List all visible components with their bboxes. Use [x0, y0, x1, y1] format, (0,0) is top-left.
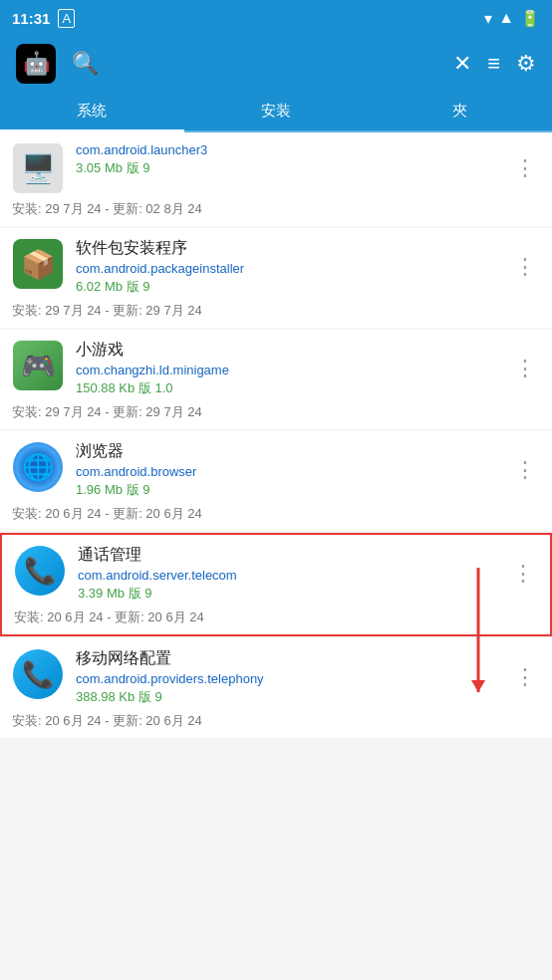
status-bar-right: ▾ ▲ 🔋 [484, 9, 540, 28]
app-size: 3.39 Mb 版 9 [78, 585, 496, 603]
app-card-3[interactable]: 🌐 浏览器 com.android.browser 1.96 Mb 版 9 ⋮ … [0, 431, 552, 531]
app-list: 🖥️ com.android.launcher3 3.05 Mb 版 9 ⋮ 安… [0, 132, 552, 975]
app-card-5[interactable]: 📞 移动网络配置 com.android.providers.telephony… [0, 638, 552, 738]
status-time: 11:31 [12, 10, 50, 27]
app-icon-browser: 🌐 [13, 442, 63, 492]
status-bar-left: 11:31 A [12, 9, 75, 28]
app-row: 📞 通话管理 com.android.server.telecom 3.39 M… [14, 545, 538, 603]
app-package: com.android.launcher3 [76, 142, 498, 157]
status-icon-a: A [58, 9, 75, 28]
tab-bar: 系统 安装 夾 [0, 92, 552, 132]
app-row: 🎮 小游戏 com.changzhi.ld.minigame 150.88 Kb… [12, 340, 540, 397]
app-card-1[interactable]: 📦 软件包安装程序 com.android.packageinstaller 6… [0, 228, 552, 328]
app-dates: 安装: 20 6月 24 - 更新: 20 6月 24 [12, 505, 540, 523]
app-more-button[interactable]: ⋮ [510, 151, 540, 185]
app-info: 小游戏 com.changzhi.ld.minigame 150.88 Kb 版… [76, 340, 498, 397]
app-icon-area: 🖥️ [12, 142, 64, 194]
app-more-button[interactable]: ⋮ [508, 557, 538, 591]
app-card-0[interactable]: 🖥️ com.android.launcher3 3.05 Mb 版 9 ⋮ 安… [0, 132, 552, 226]
app-icon-area: 🌐 [12, 441, 64, 493]
app-info: 浏览器 com.android.browser 1.96 Mb 版 9 [76, 441, 498, 499]
app-info: com.android.launcher3 3.05 Mb 版 9 [76, 142, 498, 177]
tab-install[interactable]: 安装 [184, 92, 369, 130]
wifi-icon: ▾ [484, 9, 492, 28]
app-more-button[interactable]: ⋮ [510, 453, 540, 487]
more-icon[interactable]: ⚙ [516, 51, 536, 77]
close-icon[interactable]: ✕ [453, 51, 471, 77]
app-name: 移动网络配置 [76, 648, 498, 669]
app-row: 📞 移动网络配置 com.android.providers.telephony… [12, 648, 540, 706]
signal-icon: ▲ [498, 9, 514, 27]
status-bar: 11:31 A ▾ ▲ 🔋 [0, 0, 552, 36]
app-size: 1.96 Mb 版 9 [76, 481, 498, 499]
app-more-button[interactable]: ⋮ [510, 250, 540, 284]
app-size: 6.02 Mb 版 9 [76, 278, 498, 296]
robot-icon: 🤖 [23, 51, 50, 77]
app-icon-area: 📞 [14, 545, 66, 597]
app-card-2[interactable]: 🎮 小游戏 com.changzhi.ld.minigame 150.88 Kb… [0, 330, 552, 429]
app-dates: 安装: 20 6月 24 - 更新: 20 6月 24 [14, 609, 538, 626]
app-more-button[interactable]: ⋮ [510, 660, 540, 694]
app-icon-packageinstaller: 📦 [13, 239, 63, 289]
app-dates: 安装: 20 6月 24 - 更新: 20 6月 24 [12, 712, 540, 730]
app-size: 388.98 Kb 版 9 [76, 688, 498, 706]
tab-system[interactable]: 系统 [0, 92, 184, 130]
app-icon-launcher3: 🖥️ [13, 143, 63, 193]
tab-folder[interactable]: 夾 [368, 92, 552, 130]
app-size: 150.88 Kb 版 1.0 [76, 379, 498, 397]
app-icon-telecom: 📞 [15, 546, 65, 596]
app-package: com.android.providers.telephony [76, 671, 498, 686]
app-package: com.android.browser [76, 464, 498, 479]
app-dates: 安装: 29 7月 24 - 更新: 29 7月 24 [12, 403, 540, 421]
app-row: 📦 软件包安装程序 com.android.packageinstaller 6… [12, 238, 540, 296]
app-info: 移动网络配置 com.android.providers.telephony 3… [76, 648, 498, 706]
app-icon-area: 📞 [12, 648, 64, 700]
app-size: 3.05 Mb 版 9 [76, 159, 498, 177]
app-row: 🖥️ com.android.launcher3 3.05 Mb 版 9 ⋮ [12, 142, 540, 194]
app-dates: 安装: 29 7月 24 - 更新: 02 8月 24 [12, 200, 540, 218]
app-info: 软件包安装程序 com.android.packageinstaller 6.0… [76, 238, 498, 296]
app-name: 软件包安装程序 [76, 238, 498, 259]
app-icon-minigame: 🎮 [13, 341, 63, 390]
app-icon-area: 📦 [12, 238, 64, 290]
app-row: 🌐 浏览器 com.android.browser 1.96 Mb 版 9 ⋮ [12, 441, 540, 499]
app-card-4[interactable]: 📞 通话管理 com.android.server.telecom 3.39 M… [0, 533, 552, 636]
app-package: com.android.server.telecom [78, 568, 496, 583]
app-info: 通话管理 com.android.server.telecom 3.39 Mb … [78, 545, 496, 603]
app-icon-telephony: 📞 [13, 649, 63, 699]
app-logo: 🤖 [16, 44, 56, 84]
app-name: 通话管理 [78, 545, 496, 566]
battery-icon: 🔋 [520, 9, 540, 28]
app-more-button[interactable]: ⋮ [510, 352, 540, 385]
app-name: 浏览器 [76, 441, 498, 462]
toolbar: 🤖 🔍 ✕ ≡ ⚙ [0, 36, 552, 92]
app-package: com.android.packageinstaller [76, 261, 498, 276]
search-icon[interactable]: 🔍 [72, 51, 99, 77]
app-icon-area: 🎮 [12, 340, 64, 391]
filter-icon[interactable]: ≡ [487, 51, 500, 77]
app-package: com.changzhi.ld.minigame [76, 363, 498, 377]
app-dates: 安装: 29 7月 24 - 更新: 29 7月 24 [12, 302, 540, 320]
app-name: 小游戏 [76, 340, 498, 361]
